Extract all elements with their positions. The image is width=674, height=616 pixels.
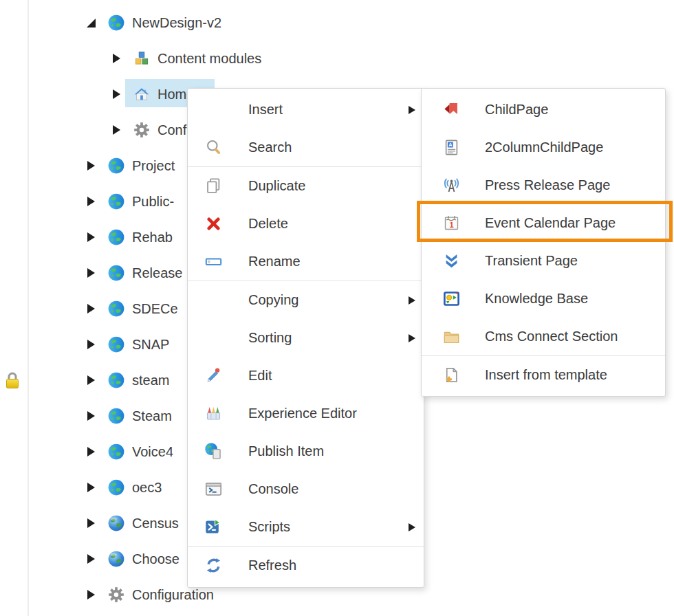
menu-item-search[interactable]: Search (188, 129, 424, 166)
tree-item-content-modules[interactable]: Content modules (111, 41, 261, 76)
expand-arrow-icon[interactable] (85, 197, 96, 206)
tree-item-census[interactable]: Census (85, 505, 179, 541)
globe-icon (107, 478, 125, 496)
empty-icon-slot (203, 328, 224, 349)
tree-item-public[interactable]: Public- (85, 184, 174, 219)
expand-arrow-icon[interactable] (85, 161, 96, 170)
submenu-item-knowledge-base[interactable]: Knowledge Base (422, 280, 665, 318)
tree-item-oec3[interactable]: oec3 (85, 470, 162, 505)
tree-item-label: oec3 (132, 480, 162, 496)
globe-icon (107, 336, 125, 353)
menu-item-label: Sorting (248, 330, 292, 346)
expand-arrow-icon[interactable] (85, 411, 96, 421)
duplicate-icon (203, 176, 224, 197)
empty-icon-slot (203, 290, 224, 311)
expand-arrow-icon[interactable] (85, 483, 96, 492)
globe-icon (107, 407, 125, 425)
expand-arrow-icon[interactable] (85, 590, 96, 600)
menu-item-rename[interactable]: Rename (188, 243, 424, 280)
console-icon (203, 479, 224, 500)
menu-item-label: Edit (248, 368, 272, 384)
tree-item-choose[interactable]: Choose (85, 541, 180, 577)
tree-item-voice4[interactable]: Voice4 (85, 434, 173, 470)
menu-item-experience-editor[interactable]: Experience Editor (188, 395, 424, 432)
page-plus-icon (441, 365, 461, 386)
tree-item-project[interactable]: Project (85, 148, 175, 184)
menu-item-duplicate[interactable]: Duplicate (188, 167, 424, 205)
menu-item-label: Scripts (248, 519, 290, 535)
menu-item-label: Delete (248, 216, 288, 232)
menu-item-edit[interactable]: Edit (188, 357, 424, 395)
expand-arrow-icon[interactable] (111, 89, 122, 99)
menu-item-sorting[interactable]: Sorting (188, 319, 424, 357)
tree-item-steam-lower[interactable]: steam (85, 362, 169, 398)
context-menu: Insert Search Duplicate Delete Rename Co… (187, 88, 424, 588)
panel-divider (28, 0, 29, 616)
menu-item-copying[interactable]: Copying (188, 281, 424, 319)
tree-item-rehab[interactable]: Rehab (85, 219, 173, 255)
tree-item-steam[interactable]: Steam (85, 398, 172, 434)
menu-item-label: Duplicate (248, 178, 305, 194)
menu-item-console[interactable]: Console (188, 470, 424, 508)
submenu-arrow-icon (409, 334, 415, 342)
globe-icon (107, 228, 125, 246)
menu-item-delete[interactable]: Delete (188, 205, 424, 243)
submenu-item-label: 2ColumnChildPage (485, 140, 603, 155)
tree-item-label: SNAP (132, 337, 169, 353)
submenu-item-press-release-page[interactable]: Press Release Page (422, 166, 665, 204)
submenu-item-cms-connect-section[interactable]: Cms Connect Section (422, 318, 665, 355)
rename-icon (203, 252, 224, 272)
menu-item-refresh[interactable]: Refresh (188, 547, 424, 584)
tree-item-label: Project (132, 158, 175, 174)
double-chevron-icon (441, 251, 461, 272)
globe-icon (107, 443, 125, 461)
submenu-item-label: Event Calendar Page (485, 215, 616, 231)
menu-item-publish-item[interactable]: Publish Item (188, 432, 424, 470)
search-icon (203, 138, 224, 158)
submenu-item-label: Transient Page (485, 253, 578, 269)
tree-item-label: Choose (132, 551, 180, 567)
tree-item-label: Release (132, 265, 182, 281)
expand-arrow-icon[interactable] (111, 54, 122, 63)
expand-arrow-icon[interactable] (85, 518, 96, 528)
submenu-item-label: Cms Connect Section (485, 329, 618, 344)
submenu-item-event-calendar-page[interactable]: Event Calendar Page (422, 204, 665, 242)
tree-item-sdece[interactable]: SDECe (85, 291, 178, 327)
expand-arrow-icon[interactable] (85, 304, 96, 314)
calendar-icon (441, 213, 461, 234)
tree-item-release[interactable]: Release (85, 255, 182, 291)
powershell-icon (203, 517, 224, 538)
expand-arrow-icon[interactable] (85, 554, 96, 564)
expand-arrow-icon[interactable] (85, 232, 96, 242)
modules-icon (133, 50, 151, 67)
menu-item-label: Rename (248, 254, 301, 270)
submenu-item-childpage[interactable]: ChildPage (422, 91, 665, 129)
submenu-item-transient-page[interactable]: Transient Page (422, 242, 665, 280)
expand-arrow-icon[interactable] (85, 340, 96, 349)
menu-item-insert[interactable]: Insert (188, 91, 424, 129)
tree-item-label: Configuration (132, 587, 214, 603)
globe-icon (107, 157, 125, 175)
menu-item-scripts[interactable]: Scripts (188, 508, 424, 546)
collapse-arrow-icon[interactable] (85, 19, 96, 28)
submenu-item-label: Knowledge Base (485, 291, 588, 307)
expand-arrow-icon[interactable] (85, 375, 96, 385)
expand-arrow-icon[interactable] (111, 125, 122, 135)
expand-arrow-icon[interactable] (85, 268, 96, 278)
submenu-item-label: Insert from template (485, 367, 607, 383)
menu-item-label: Copying (248, 292, 298, 308)
tree-item-newdesign-v2[interactable]: NewDesign-v2 (85, 5, 221, 41)
tree-item-label: Steam (132, 408, 172, 424)
empty-icon-slot (203, 100, 224, 120)
tree-item-snap[interactable]: SNAP (85, 327, 169, 362)
submenu-item-insert-from-template[interactable]: Insert from template (422, 356, 665, 394)
submenu-arrow-icon (409, 523, 415, 531)
tree-item-home[interactable]: Home (111, 76, 194, 112)
gear-icon (107, 586, 125, 604)
insert-submenu: ChildPage 2ColumnChildPage Press Release… (421, 88, 666, 397)
knowledge-base-icon (441, 289, 461, 309)
gear-icon (133, 121, 151, 139)
expand-arrow-icon[interactable] (85, 447, 96, 456)
submenu-item-2columnchildpage[interactable]: 2ColumnChildPage (422, 129, 665, 166)
submenu-arrow-icon (409, 106, 415, 114)
